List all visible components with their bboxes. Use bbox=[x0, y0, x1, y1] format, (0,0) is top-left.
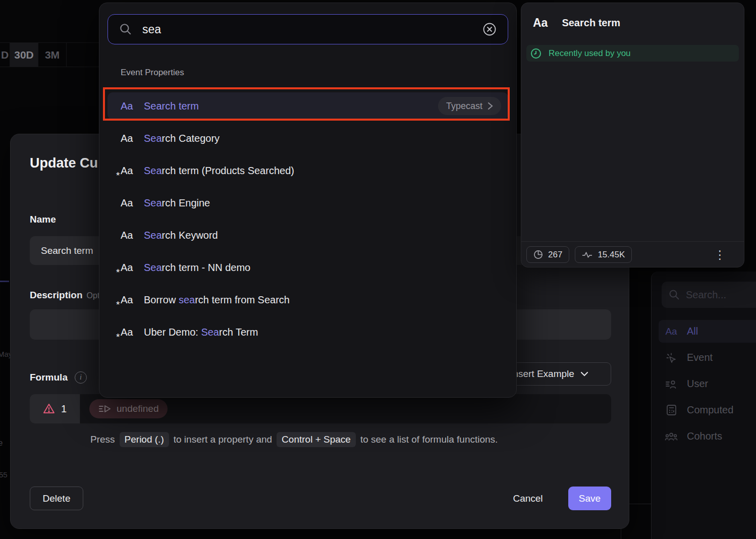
event-count-pill[interactable]: 15.45K bbox=[575, 246, 632, 263]
formula-helper-text: Press Period (.) to insert a property an… bbox=[90, 432, 595, 447]
detail-header: Aa Search term bbox=[533, 16, 620, 30]
formula-token-icon bbox=[98, 404, 112, 413]
search-query-text: sea bbox=[142, 23, 472, 36]
modal-title: Update Cu bbox=[30, 155, 98, 171]
detail-divider bbox=[521, 241, 744, 242]
delete-button[interactable]: Delete bbox=[30, 487, 83, 510]
activity-icon bbox=[582, 251, 592, 259]
string-type-icon: Aa bbox=[121, 100, 136, 112]
undefined-property-token[interactable]: undefined bbox=[89, 399, 168, 418]
clock-icon bbox=[530, 48, 542, 59]
sidebar-item-all[interactable]: AaAll bbox=[659, 320, 756, 343]
search-results-list: AaSearch termTypecastAaSearch CategoryAa… bbox=[107, 92, 508, 346]
name-label: Name bbox=[30, 214, 56, 225]
sidebar-search-placeholder: Search... bbox=[686, 289, 726, 301]
custom-property-star-icon: * bbox=[116, 170, 120, 181]
result-label: Search Engine bbox=[144, 197, 501, 209]
result-label: Search Category bbox=[144, 133, 501, 144]
sidebar-items: AaAllEventUserComputedCohorts bbox=[659, 320, 756, 448]
chart-axis-fragment-letter: e bbox=[0, 438, 3, 448]
string-type-icon: Aa* bbox=[121, 327, 136, 338]
property-type-sidebar: Search... AaAllEventUserComputedCohorts bbox=[651, 272, 756, 539]
time-tab-7d[interactable]: D bbox=[0, 43, 10, 67]
string-type-icon: Aa* bbox=[121, 262, 136, 274]
time-tab-30d[interactable]: 30D bbox=[10, 43, 38, 67]
string-type-icon: Aa* bbox=[121, 165, 136, 177]
result-label: Search Keyword bbox=[144, 230, 501, 241]
sidebar-item-label: All bbox=[687, 326, 698, 337]
kbd-control-space: Control + Space bbox=[277, 432, 356, 447]
string-type-icon: Aa bbox=[121, 133, 136, 144]
time-range-tabs: D 30D 3M bbox=[0, 42, 99, 67]
chart-line-fragment bbox=[0, 281, 9, 282]
result-label: Borrow search term from Search bbox=[144, 294, 501, 306]
cancel-button[interactable]: Cancel bbox=[503, 487, 553, 510]
custom-property-star-icon: * bbox=[116, 267, 120, 278]
save-button[interactable]: Save bbox=[568, 487, 611, 510]
sidebar-item-label: Event bbox=[687, 352, 713, 363]
sidebar-item-cohorts[interactable]: Cohorts bbox=[659, 425, 756, 448]
sidebar-item-label: Cohorts bbox=[687, 430, 722, 442]
formula-label-row: Formula i bbox=[30, 371, 87, 384]
search-result-row[interactable]: AaSearch termTypecast bbox=[107, 92, 508, 120]
event-icon bbox=[665, 352, 678, 364]
sidebar-item-label: User bbox=[687, 378, 708, 390]
formula-editor: 1 undefined bbox=[30, 394, 611, 423]
sidebar-item-computed[interactable]: Computed bbox=[659, 399, 756, 421]
sidebar-item-user[interactable]: User bbox=[659, 372, 756, 395]
user-icon bbox=[665, 379, 678, 389]
computed-icon bbox=[665, 404, 678, 416]
property-detail-panel: Aa Search term Recently used by you 267 bbox=[521, 3, 744, 267]
recently-used-badge: Recently used by you bbox=[526, 45, 739, 62]
distinct-values-pill[interactable]: 267 bbox=[526, 246, 569, 263]
result-label: Uber Demo: Search Term bbox=[144, 327, 501, 338]
cohorts-icon bbox=[665, 432, 678, 442]
sidebar-item-label: Computed bbox=[687, 404, 733, 416]
search-result-row[interactable]: AaSearch Keyword bbox=[107, 222, 508, 249]
string-type-icon: Aa bbox=[665, 326, 678, 337]
string-type-icon: Aa bbox=[533, 16, 548, 30]
search-icon bbox=[669, 289, 680, 300]
string-type-icon: Aa bbox=[121, 197, 136, 209]
search-result-row[interactable]: Aa*Borrow search term from Search bbox=[107, 286, 508, 313]
search-result-row[interactable]: Aa*Search term (Products Searched) bbox=[107, 157, 508, 184]
more-options-icon[interactable]: ⋮ bbox=[714, 252, 726, 257]
time-tab-3m[interactable]: 3M bbox=[38, 43, 67, 67]
custom-property-star-icon: * bbox=[116, 332, 120, 343]
app-screen: D 30D 3M May e 55 Search... AaAllEventUs… bbox=[0, 0, 756, 539]
clear-search-icon[interactable] bbox=[482, 22, 497, 36]
result-label: Search term - NN demo bbox=[144, 262, 501, 274]
search-result-row[interactable]: Aa*Uber Demo: Search Term bbox=[107, 318, 508, 346]
string-type-icon: Aa* bbox=[121, 294, 136, 306]
name-input-value: Search term bbox=[41, 245, 93, 256]
detail-footer: 267 15.45K ⋮ bbox=[526, 246, 740, 263]
formula-error-count[interactable]: 1 bbox=[30, 394, 80, 423]
property-search-input[interactable]: sea bbox=[107, 14, 508, 44]
search-result-row[interactable]: Aa*Search term - NN demo bbox=[107, 254, 508, 281]
result-label: Search term (Products Searched) bbox=[144, 165, 501, 177]
chevron-down-icon bbox=[580, 371, 588, 376]
pie-chart-icon bbox=[533, 250, 543, 259]
kbd-period: Period (.) bbox=[120, 432, 169, 447]
formula-input[interactable]: undefined bbox=[80, 394, 611, 423]
section-header-event-properties: Event Properties bbox=[121, 68, 184, 78]
string-type-icon: Aa bbox=[121, 230, 136, 241]
detail-title: Search term bbox=[562, 17, 620, 29]
search-result-row[interactable]: AaSearch Engine bbox=[107, 189, 508, 217]
typecast-badge[interactable]: Typecast bbox=[438, 97, 501, 115]
formula-label: Formula bbox=[30, 372, 68, 383]
property-search-dropdown: sea Event Properties AaSearch termTypeca… bbox=[99, 3, 517, 398]
sidebar-item-event[interactable]: Event bbox=[659, 346, 756, 369]
search-icon bbox=[119, 23, 132, 36]
chart-axis-fragment-value: 55 bbox=[0, 470, 8, 479]
info-icon[interactable]: i bbox=[75, 371, 87, 384]
search-result-row[interactable]: AaSearch Category bbox=[107, 125, 508, 152]
warning-icon bbox=[43, 403, 55, 414]
custom-property-star-icon: * bbox=[116, 299, 120, 310]
sidebar-search-input[interactable]: Search... bbox=[662, 282, 756, 308]
result-label: Search term bbox=[144, 100, 430, 112]
